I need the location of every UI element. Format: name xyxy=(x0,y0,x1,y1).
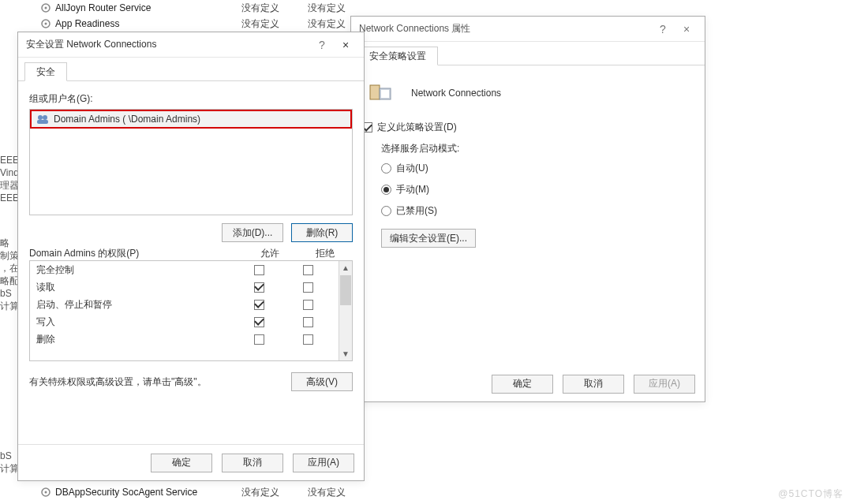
deny-checkbox[interactable] xyxy=(303,317,313,327)
permission-label: 删除 xyxy=(36,333,234,346)
remove-button[interactable]: 删除(R) xyxy=(291,223,353,242)
service-name: AllJoyn Router Service xyxy=(55,1,241,15)
properties-dialog: Network Connections 属性 ? × 安全策略设置 Networ… xyxy=(350,16,705,402)
service-col1: 没有定义 xyxy=(241,17,308,31)
deny-checkbox[interactable] xyxy=(303,282,313,293)
service-row[interactable]: DBAppSecurity SocAgent Service 没有定义 没有定义 xyxy=(39,484,853,500)
watermark: @51CTO博客 xyxy=(778,487,844,501)
radio-label: 手动(M) xyxy=(396,183,429,196)
deny-checkbox[interactable] xyxy=(303,300,313,310)
allow-checkbox[interactable] xyxy=(254,282,264,293)
svg-point-1 xyxy=(45,7,47,9)
radio-auto[interactable]: 自动(U) xyxy=(381,162,694,175)
svg-rect-11 xyxy=(37,120,48,124)
cancel-button[interactable]: 取消 xyxy=(222,454,283,472)
titlebar[interactable]: Network Connections 属性 ? × xyxy=(351,17,705,42)
tab-security[interactable]: 安全 xyxy=(24,62,67,81)
server-icon xyxy=(367,81,395,105)
group-icon xyxy=(36,114,49,125)
permission-row: 完全控制 xyxy=(30,261,339,278)
scroll-up-icon[interactable]: ▲ xyxy=(339,261,352,274)
radio-icon xyxy=(381,163,391,174)
close-button[interactable]: × xyxy=(334,39,357,51)
scrollbar[interactable]: ▲ ▼ xyxy=(339,261,352,360)
deny-header: 拒绝 xyxy=(297,247,353,260)
svg-rect-6 xyxy=(370,85,380,99)
group-or-user-label: 组或用户名(G): xyxy=(29,92,353,106)
gear-icon xyxy=(39,2,52,14)
advanced-hint: 有关特殊权限或高级设置，请单击"高级"。 xyxy=(29,375,291,389)
permission-row: 删除 xyxy=(30,330,339,348)
allow-header: 允许 xyxy=(242,247,297,260)
help-button[interactable]: ? xyxy=(651,23,675,35)
svg-point-3 xyxy=(45,23,47,25)
add-button[interactable]: 添加(D)... xyxy=(222,223,283,242)
svg-rect-8 xyxy=(381,90,389,98)
service-col1: 没有定义 xyxy=(241,485,308,499)
permission-label: 完全控制 xyxy=(36,263,234,277)
svg-point-5 xyxy=(45,491,47,494)
service-col1: 没有定义 xyxy=(241,1,308,15)
group-name: Domain Admins ( \Domain Admins) xyxy=(54,114,200,125)
highlight-annotation: Domain Admins ( \Domain Admins) xyxy=(30,110,352,129)
svg-point-10 xyxy=(43,115,47,120)
permission-row: 读取 xyxy=(30,278,339,296)
edit-security-button[interactable]: 编辑安全设置(E)... xyxy=(381,229,476,248)
radio-checked-icon xyxy=(381,185,391,195)
define-policy-checkbox[interactable]: 定义此策略设置(D) xyxy=(362,121,694,134)
titlebar[interactable]: 安全设置 Network Connections ? × xyxy=(18,32,364,58)
deny-checkbox[interactable] xyxy=(303,265,313,275)
security-settings-dialog: 安全设置 Network Connections ? × 安全 组或用户名(G)… xyxy=(17,32,365,481)
allow-checkbox[interactable] xyxy=(254,265,264,275)
group-listbox[interactable]: Domain Admins ( \Domain Admins) xyxy=(29,109,353,215)
scroll-down-icon[interactable]: ▼ xyxy=(339,347,352,360)
scroll-thumb[interactable] xyxy=(340,275,351,305)
dialog-title: 安全设置 Network Connections xyxy=(26,38,310,51)
services-list-bottom: DBAppSecurity SocAgent Service 没有定义 没有定义 xyxy=(39,484,853,500)
service-name: DBAppSecurity SocAgent Service xyxy=(55,485,241,499)
allow-checkbox[interactable] xyxy=(254,300,264,310)
service-name: App Readiness xyxy=(55,17,241,31)
advanced-button[interactable]: 高级(V) xyxy=(291,372,353,391)
allow-checkbox[interactable] xyxy=(254,334,264,345)
deny-checkbox[interactable] xyxy=(303,334,313,345)
permission-label: 写入 xyxy=(36,315,234,329)
permission-row: 写入 xyxy=(30,313,339,330)
gear-icon xyxy=(39,17,52,30)
radio-label: 自动(U) xyxy=(396,162,428,175)
service-col2: 没有定义 xyxy=(308,1,374,15)
startup-mode-label: 选择服务启动模式: xyxy=(381,142,694,155)
permissions-list: 完全控制读取启动、停止和暂停写入删除 ▲ ▼ xyxy=(29,260,353,361)
group-list-item[interactable]: Domain Admins ( \Domain Admins) xyxy=(32,111,350,127)
radio-manual[interactable]: 手动(M) xyxy=(381,183,694,196)
gear-icon xyxy=(39,486,52,498)
permission-label: 读取 xyxy=(36,281,234,294)
service-row[interactable]: AllJoyn Router Service 没有定义 没有定义 xyxy=(39,0,853,16)
permissions-label: Domain Admins 的权限(P) xyxy=(29,247,242,260)
service-col2: 没有定义 xyxy=(308,485,374,499)
cancel-button[interactable]: 取消 xyxy=(563,375,624,394)
help-button[interactable]: ? xyxy=(310,39,334,51)
ok-button[interactable]: 确定 xyxy=(151,454,212,472)
radio-disabled[interactable]: 已禁用(S) xyxy=(381,204,694,218)
apply-button[interactable]: 应用(A) xyxy=(293,454,354,472)
permission-label: 启动、停止和暂停 xyxy=(36,298,234,312)
dialog-title: Network Connections 属性 xyxy=(359,22,651,35)
svg-point-9 xyxy=(38,115,43,120)
apply-button[interactable]: 应用(A) xyxy=(634,375,695,394)
ok-button[interactable]: 确定 xyxy=(492,375,553,394)
define-policy-label: 定义此策略设置(D) xyxy=(377,121,457,134)
allow-checkbox[interactable] xyxy=(254,317,264,327)
radio-icon xyxy=(381,206,391,216)
radio-label: 已禁用(S) xyxy=(396,204,437,218)
permission-row: 启动、停止和暂停 xyxy=(30,296,339,313)
tab-security-policy[interactable]: 安全策略设置 xyxy=(357,47,438,65)
close-button[interactable]: × xyxy=(675,23,698,35)
service-name-label: Network Connections xyxy=(411,88,501,99)
